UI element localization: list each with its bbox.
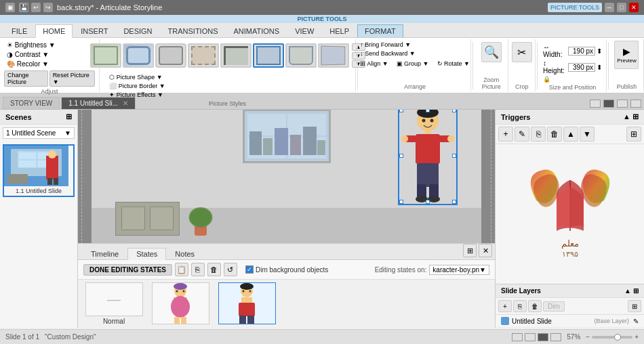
slide-thumbnail[interactable]: 1.1 Untitled Slide bbox=[3, 144, 75, 197]
layer-base[interactable]: Untitled Slide (Base Layer) ✎ bbox=[496, 315, 644, 328]
brightness-control[interactable]: ☀ Brightness ▼ bbox=[4, 41, 58, 49]
ps-item-1[interactable] bbox=[90, 43, 121, 68]
ps-item-2[interactable] bbox=[123, 43, 154, 68]
tab-design[interactable]: DESIGN bbox=[116, 24, 159, 37]
tab-file[interactable]: FILE bbox=[4, 24, 35, 37]
state-boy[interactable]: پسر bbox=[216, 282, 277, 325]
handle-mid-left[interactable] bbox=[399, 154, 403, 158]
triggers-collapse-icon[interactable]: ▲ bbox=[623, 112, 630, 121]
handle-top-center[interactable] bbox=[426, 110, 430, 112]
ps-item-4[interactable] bbox=[188, 43, 219, 68]
state-normal-thumb[interactable]: — bbox=[85, 282, 143, 316]
layer-options-btn[interactable]: ⊞ bbox=[628, 300, 641, 312]
picture-effects-button[interactable]: ✦ Picture Effects ▼ bbox=[106, 91, 167, 99]
ps-item-5[interactable] bbox=[220, 43, 251, 68]
state-boy-thumb[interactable] bbox=[218, 282, 276, 324]
bring-forward-button[interactable]: ↑ Bring Forward ▼ bbox=[357, 41, 472, 49]
zoom-picture-btn[interactable]: 🔍 bbox=[481, 42, 502, 62]
status-view-4[interactable] bbox=[550, 333, 561, 341]
copy-state-icon[interactable]: ⎘ bbox=[191, 263, 205, 276]
handle-bot-right[interactable] bbox=[452, 200, 456, 204]
preview-button[interactable]: ▶ Preview bbox=[614, 41, 639, 69]
picture-border-button[interactable]: ⬜ Picture Border ▼ bbox=[106, 82, 167, 90]
tab-home[interactable]: HOME bbox=[35, 24, 73, 38]
status-view-2[interactable] bbox=[525, 333, 536, 341]
tab-animations[interactable]: ANIMATIONS bbox=[226, 24, 287, 37]
change-picture-button[interactable]: Change Picture bbox=[4, 70, 48, 87]
recolor-control[interactable]: 🎨 Recolor ▼ bbox=[4, 60, 52, 68]
send-backward-button[interactable]: ↓ Send Backward ▼ bbox=[357, 49, 472, 58]
view-icon-4[interactable] bbox=[630, 100, 641, 108]
state-normal[interactable]: — Normal bbox=[83, 282, 144, 325]
zoom-slider[interactable] bbox=[592, 336, 632, 339]
copy-layer-btn[interactable]: ⎘ bbox=[513, 300, 527, 312]
panel-options-icon[interactable]: ⊞ bbox=[463, 244, 477, 257]
scenes-options-icon[interactable]: ⊞ bbox=[66, 112, 72, 121]
slide-tab-close[interactable]: ✕ bbox=[123, 100, 128, 107]
dim-checkbox[interactable]: ✓ bbox=[245, 265, 254, 274]
view-icon-3[interactable] bbox=[617, 100, 628, 108]
redo-icon[interactable]: ↪ bbox=[43, 3, 53, 12]
delete-trigger-btn[interactable]: 🗑 bbox=[547, 127, 562, 142]
align-button[interactable]: ⊞ Align ▼ bbox=[357, 60, 390, 68]
add-layer-btn[interactable]: + bbox=[498, 300, 512, 312]
panel-close-icon[interactable]: ✕ bbox=[479, 244, 492, 257]
tab-timeline[interactable]: Timeline bbox=[82, 248, 127, 259]
height-input[interactable] bbox=[568, 63, 595, 72]
close-button[interactable]: ✕ bbox=[629, 3, 639, 12]
done-editing-states-button[interactable]: DONE EDITING STATES bbox=[83, 264, 172, 276]
scene-dropdown[interactable]: 1 Untitled Scene ▼ bbox=[3, 127, 75, 139]
tab-transitions[interactable]: TRANSITIONS bbox=[161, 24, 226, 37]
state-girl[interactable]: دختر bbox=[150, 282, 211, 325]
reset-state-icon[interactable]: ↺ bbox=[224, 263, 237, 276]
view-icon-1[interactable] bbox=[590, 100, 601, 108]
maximize-button[interactable]: □ bbox=[617, 3, 626, 12]
dim-checkbox-label[interactable]: ✓ Dim background objects bbox=[245, 265, 328, 274]
state-girl-thumb[interactable] bbox=[152, 282, 209, 324]
layers-options-icon[interactable]: ⊞ bbox=[633, 287, 639, 295]
rotate-button[interactable]: ↻ Rotate ▼ bbox=[435, 60, 472, 68]
reset-picture-button[interactable]: Reset Picture ▼ bbox=[49, 70, 96, 87]
tab-insert[interactable]: INSERT bbox=[73, 24, 115, 37]
edit-trigger-btn[interactable]: ✎ bbox=[515, 127, 529, 142]
ps-item-3[interactable] bbox=[155, 43, 186, 68]
delete-state-icon[interactable]: 🗑 bbox=[207, 263, 221, 276]
triggers-options-icon[interactable]: ⊞ bbox=[632, 112, 639, 121]
add-trigger-btn[interactable]: + bbox=[498, 127, 513, 142]
ps-item-8[interactable] bbox=[318, 43, 349, 68]
handle-mid-right[interactable] bbox=[452, 154, 456, 158]
picture-shape-button[interactable]: ⬡ Picture Shape ▼ bbox=[106, 73, 167, 81]
undo-icon[interactable]: ↩ bbox=[31, 3, 41, 12]
copy-trigger-btn[interactable]: ⎘ bbox=[531, 127, 546, 142]
up-trigger-btn[interactable]: ▲ bbox=[563, 127, 578, 142]
zoom-slider-thumb[interactable] bbox=[614, 334, 621, 341]
handle-bot-center[interactable] bbox=[426, 200, 430, 204]
handle-top-right[interactable] bbox=[452, 110, 456, 112]
ps-item-6-selected[interactable] bbox=[253, 43, 284, 68]
tab-format[interactable]: FORMAT bbox=[357, 24, 403, 37]
height-arrows[interactable]: ⬍ bbox=[597, 64, 602, 71]
tab-states[interactable]: States bbox=[127, 248, 166, 260]
story-view-tab[interactable]: STORY VIEW bbox=[3, 97, 60, 109]
view-icon-2[interactable] bbox=[603, 100, 614, 108]
zoom-out-btn[interactable]: − bbox=[586, 333, 590, 341]
tab-notes[interactable]: Notes bbox=[166, 248, 203, 259]
width-arrows[interactable]: ⬍ bbox=[597, 47, 602, 55]
dim-layer-btn[interactable]: Dim bbox=[543, 301, 565, 311]
handle-bot-left[interactable] bbox=[399, 200, 403, 204]
tab-view[interactable]: VIEW bbox=[287, 24, 321, 37]
layers-collapse-icon[interactable]: ▲ bbox=[624, 287, 631, 295]
contrast-control[interactable]: ◑ Contrast ▼ bbox=[4, 50, 52, 59]
width-input[interactable] bbox=[568, 47, 595, 56]
quick-save-icon[interactable]: 💾 bbox=[19, 3, 28, 12]
handle-top-left[interactable] bbox=[399, 110, 403, 112]
status-view-3[interactable] bbox=[538, 333, 548, 341]
tab-help[interactable]: HELP bbox=[322, 24, 357, 37]
character-selection[interactable] bbox=[398, 110, 458, 205]
minimize-button[interactable]: ─ bbox=[605, 3, 614, 12]
ps-item-7[interactable] bbox=[285, 43, 317, 68]
group-button[interactable]: ▣ Group ▼ bbox=[394, 60, 432, 68]
editing-states-dropdown[interactable]: karacter-boy.pn▼ bbox=[429, 265, 489, 275]
new-state-icon[interactable]: 📋 bbox=[175, 263, 188, 276]
zoom-in-btn[interactable]: + bbox=[635, 333, 639, 341]
